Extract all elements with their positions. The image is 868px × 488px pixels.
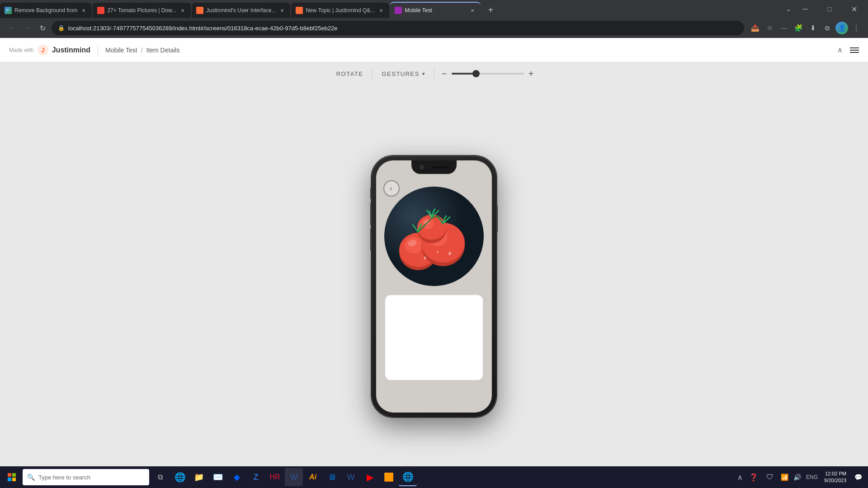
language-indicator: ENG [804, 474, 820, 480]
taskbar-explorer-icon[interactable]: 📁 [190, 468, 208, 486]
volume-up-button [370, 203, 372, 225]
tray-sound-icon[interactable]: 🔊 [792, 468, 802, 486]
taskbar-word-icon[interactable]: W [285, 468, 303, 486]
address-bar[interactable]: 🔒 localhost:21303/-749777577545036289/in… [52, 21, 744, 35]
notification-icon[interactable]: 💬 [851, 468, 865, 486]
tab-dropdown-icon[interactable]: ⌄ [786, 5, 791, 13]
tab-remove[interactable]: 🔍 Remove Background from ✕ [0, 3, 92, 18]
taskbar-app11-icon[interactable]: 🟧 [380, 468, 398, 486]
new-tab-button[interactable]: + [482, 2, 499, 18]
tab-close-tomato[interactable]: ✕ [179, 7, 186, 14]
nav-actions: 📤 ☆ ⋯ 🧩 ⬇ ⧉ 👤 ⋮ [749, 22, 863, 34]
taskbar-mail-icon[interactable]: ✉️ [209, 468, 227, 486]
tab-label-justinmind2: New Topic | Justinmind Q&... [306, 7, 375, 14]
phone-notch [411, 160, 457, 174]
phone-back-arrow-icon: ‹ [390, 184, 392, 192]
cast-icon[interactable]: 📤 [749, 22, 761, 34]
tab-favicon-justinmind2 [296, 7, 303, 14]
bookmark-icon[interactable]: ☆ [763, 22, 776, 34]
taskbar-chrome-icon[interactable]: 🌐 [399, 468, 417, 486]
taskbar-zoom-icon[interactable]: Z [247, 468, 265, 486]
start-button[interactable] [3, 468, 21, 486]
tab-favicon-justinmind1 [196, 7, 203, 14]
download-icon[interactable]: ⬇ [807, 22, 819, 34]
app-area: Made with J Justinmind Mobile Test / Ite… [0, 38, 868, 488]
hamburger-menu[interactable] [850, 47, 859, 53]
browser-menu-icon[interactable]: ⋮ [850, 22, 863, 34]
notch-speaker [432, 166, 448, 169]
tab-bar-wrapper: 🔍 Remove Background from ✕ 27+ Tomato Pi… [0, 2, 782, 18]
taskbar-search-icon: 🔍 [27, 474, 35, 481]
tab-label-mobile: Mobile Test [405, 7, 466, 14]
taskbar-word2-icon[interactable]: W [342, 468, 360, 486]
phone-outer-frame: ‹ [372, 156, 496, 417]
toolbar: ROTATE GESTURES ▾ − + [0, 62, 868, 85]
address-text: localhost:21303/-749777577545036289/inde… [68, 25, 738, 32]
taskbar: 🔍 Type here to search ⧉ 🌐 📁 ✉️ ◆ Z HR W … [0, 466, 868, 488]
gestures-control[interactable]: GESTURES ▾ [373, 70, 434, 77]
zoom-out-button[interactable]: − [442, 69, 447, 78]
taskbar-search-bar[interactable]: 🔍 Type here to search [23, 469, 149, 485]
collapse-toggle[interactable]: ∧ [837, 46, 843, 54]
clock-display[interactable]: 12:02 PM 9/20/2023 [821, 468, 849, 486]
taskbar-illustrator-icon[interactable]: Ai [304, 468, 322, 486]
clock-date: 9/20/2023 [824, 477, 846, 484]
zoom-slider-track[interactable] [452, 73, 524, 75]
svg-text:J: J [41, 47, 45, 54]
taskbar-remote-icon[interactable]: 🖥 [323, 468, 341, 486]
system-tray: ∧ ❓ 🛡 📶 🔊 ENG 12:02 PM 9/20/2023 💬 [736, 468, 865, 486]
made-with-label: Made with [9, 47, 34, 53]
tray-network-icon[interactable]: 📶 [779, 468, 790, 486]
show-hidden-icons[interactable]: ∧ [736, 468, 745, 486]
apps-icon[interactable]: ⋯ [778, 22, 790, 34]
task-view-button[interactable]: ⧉ [151, 468, 169, 486]
close-button[interactable]: ✕ [844, 0, 864, 18]
breadcrumb-item-details: Item Details [146, 47, 180, 54]
back-nav-button[interactable]: ← [5, 22, 18, 34]
phone-back-button[interactable]: ‹ [383, 180, 400, 197]
breadcrumb-arrow: / [141, 47, 143, 54]
tab-close-justinmind1[interactable]: ✕ [278, 7, 286, 14]
profile-avatar[interactable]: 👤 [835, 22, 848, 34]
svg-rect-21 [8, 478, 11, 481]
header-right: ∧ [837, 46, 859, 54]
gestures-label: GESTURES [382, 70, 420, 77]
taskbar-edge-icon[interactable]: 🌐 [171, 468, 189, 486]
tray-help-icon[interactable]: ❓ [746, 468, 761, 486]
tab-bar: 🔍 Remove Background from ✕ 27+ Tomato Pi… [0, 0, 868, 18]
content-card [385, 295, 483, 380]
refresh-button[interactable]: ↻ [36, 22, 49, 34]
lock-icon: 🔒 [58, 25, 65, 31]
tab-justinmind1[interactable]: Justinmind's User Interface... ✕ [192, 3, 290, 18]
minimize-button[interactable]: ─ [795, 0, 816, 18]
svg-point-17 [424, 257, 426, 260]
tab-close-justinmind2[interactable]: ✕ [377, 7, 385, 14]
svg-rect-20 [12, 473, 16, 477]
main-content: ‹ [0, 85, 868, 488]
tab-mobile-test[interactable]: Mobile Test ✕ [390, 2, 481, 18]
tray-security-icon[interactable]: 🛡 [763, 468, 777, 486]
tab-close-mobile[interactable]: ✕ [469, 7, 476, 14]
taskbar-apps: 🌐 📁 ✉️ ◆ Z HR W Ai 🖥 W ▶ [171, 468, 417, 486]
clock-time: 12:02 PM [825, 470, 846, 477]
maximize-button[interactable]: □ [819, 0, 840, 18]
breadcrumb-mobile-test[interactable]: Mobile Test [105, 47, 137, 54]
tab-close-remove[interactable]: ✕ [80, 7, 87, 14]
tab-tomato[interactable]: 27+ Tomato Pictures | Dow... ✕ [93, 3, 191, 18]
tab-justinmind2[interactable]: New Topic | Justinmind Q&... ✕ [291, 3, 389, 18]
forward-nav-button[interactable]: → [21, 22, 33, 34]
split-view-icon[interactable]: ⧉ [821, 22, 834, 34]
taskbar-media-icon[interactable]: ▶ [361, 468, 379, 486]
tomato-image-svg [384, 187, 484, 286]
rotate-button[interactable]: ROTATE [327, 70, 373, 77]
zoom-in-button[interactable]: + [528, 69, 534, 78]
phone-content: ‹ [376, 160, 492, 413]
taskbar-myhr-icon[interactable]: HR [266, 468, 284, 486]
task-view-icon: ⧉ [158, 473, 163, 481]
justinmind-logo-text: Justinmind [52, 46, 90, 54]
extensions-icon[interactable]: 🧩 [792, 22, 805, 34]
app-header: Made with J Justinmind Mobile Test / Ite… [0, 38, 868, 62]
zoom-slider-thumb[interactable] [472, 70, 480, 77]
justinmind-logo: J Justinmind [37, 44, 90, 56]
taskbar-dropbox-icon[interactable]: ◆ [228, 468, 246, 486]
